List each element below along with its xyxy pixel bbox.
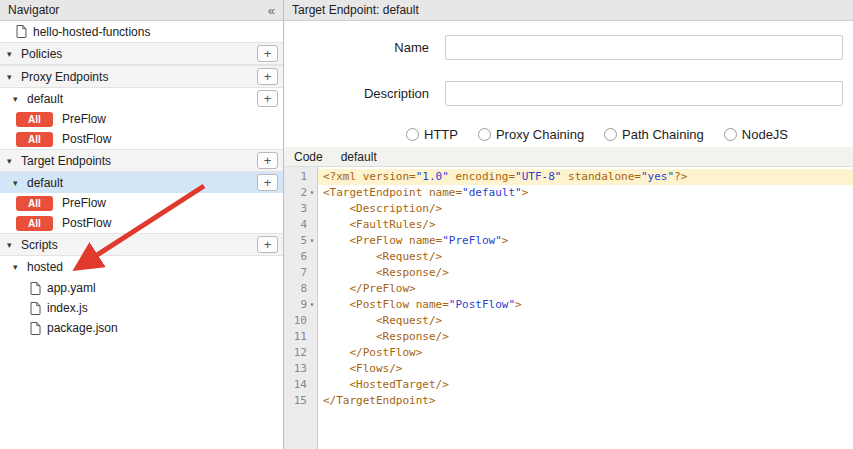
navigator-tree: hello-hosted-functions▾Policies+▾Proxy E… xyxy=(0,21,283,449)
line-number: 10 xyxy=(284,313,317,329)
tree-item-label: app.yaml xyxy=(47,281,96,295)
tree-item-proxy-endpoints[interactable]: ▾Proxy Endpoints+ xyxy=(0,65,283,88)
tree-item-package-json[interactable]: package.json xyxy=(0,318,283,338)
code-line[interactable]: <TargetEndpoint name="default"> xyxy=(318,185,853,201)
navigator-panel: Navigator « hello-hosted-functions▾Polic… xyxy=(0,0,284,449)
tree-item-target-endpoints[interactable]: ▾Target Endpoints+ xyxy=(0,149,283,172)
tree-item-postflow[interactable]: AllPostFlow xyxy=(0,129,283,149)
code-line[interactable]: </PreFlow> xyxy=(318,281,853,297)
code-line[interactable]: </TargetEndpoint> xyxy=(318,393,853,409)
tree-item-label: PostFlow xyxy=(62,132,111,146)
radio-label: Proxy Chaining xyxy=(496,127,584,142)
tree-item-hosted[interactable]: ▾hosted xyxy=(0,256,283,278)
line-number: 1 xyxy=(284,169,317,185)
code-line[interactable]: <Response/> xyxy=(318,265,853,281)
file-icon xyxy=(30,282,41,295)
add-button[interactable]: + xyxy=(257,174,278,191)
code-line[interactable]: <Flows/> xyxy=(318,361,853,377)
tree-item-policies[interactable]: ▾Policies+ xyxy=(0,42,283,65)
tree-item-label: Policies xyxy=(21,47,62,61)
line-number: 15 xyxy=(284,393,317,409)
line-number: 14 xyxy=(284,377,317,393)
detail-header-title: Target Endpoint: default xyxy=(292,3,419,17)
navigator-title: Navigator xyxy=(8,3,268,17)
code-tab-bar: Code default xyxy=(284,147,853,167)
code-line[interactable]: <Request/> xyxy=(318,313,853,329)
detail-panel: Target Endpoint: default Name Descriptio… xyxy=(284,0,853,449)
tree-item-postflow[interactable]: AllPostFlow xyxy=(0,213,283,233)
description-row: Description xyxy=(284,81,853,106)
code-line[interactable]: </PostFlow> xyxy=(318,345,853,361)
tree-item-label: Proxy Endpoints xyxy=(21,70,108,84)
tree-item-label: hosted xyxy=(27,260,63,274)
code-editor[interactable]: 12▾345▾6789▾101112131415 <?xml version="… xyxy=(284,167,853,449)
tree-item-preflow[interactable]: AllPreFlow xyxy=(0,109,283,129)
tree-item-label: PreFlow xyxy=(62,112,106,126)
disclosure-triangle-icon[interactable]: ▾ xyxy=(13,262,27,272)
name-input[interactable] xyxy=(445,35,843,60)
line-number-gutter: 12▾345▾6789▾101112131415 xyxy=(284,167,318,449)
file-icon xyxy=(16,25,27,38)
line-number: 8 xyxy=(284,281,317,297)
code-line[interactable]: <Request/> xyxy=(318,249,853,265)
code-line[interactable]: <Response/> xyxy=(318,329,853,345)
radio-label: HTTP xyxy=(424,127,458,142)
tree-item-label: default xyxy=(27,176,63,190)
tree-item-app-yaml[interactable]: app.yaml xyxy=(0,278,283,298)
code-line[interactable]: <PreFlow name="PreFlow"> xyxy=(318,233,853,249)
tree-item-default[interactable]: ▾default+ xyxy=(0,88,283,109)
code-line[interactable]: <HostedTarget/> xyxy=(318,377,853,393)
radio-group: HTTPProxy ChainingPath ChainingNodeJS xyxy=(284,127,853,142)
line-number: 13 xyxy=(284,361,317,377)
add-button[interactable]: + xyxy=(257,236,278,253)
code-tab-file[interactable]: default xyxy=(341,150,377,164)
fold-arrow-icon[interactable]: ▾ xyxy=(307,297,317,313)
tree-item-index-js[interactable]: index.js xyxy=(0,298,283,318)
radio-nodejs[interactable]: NodeJS xyxy=(724,127,788,142)
code-line[interactable]: <PostFlow name="PostFlow"> xyxy=(318,297,853,313)
line-number: 2▾ xyxy=(284,185,317,201)
line-number: 5▾ xyxy=(284,233,317,249)
tree-item-label: Target Endpoints xyxy=(21,154,111,168)
tree-item-default[interactable]: ▾default+ xyxy=(0,172,283,193)
navigator-header: Navigator « xyxy=(0,0,283,21)
radio-button-icon xyxy=(724,128,737,141)
radio-proxy-chaining[interactable]: Proxy Chaining xyxy=(478,127,584,142)
add-button[interactable]: + xyxy=(257,45,278,62)
radio-http[interactable]: HTTP xyxy=(406,127,458,142)
code-tab-label[interactable]: Code xyxy=(294,150,323,164)
add-button[interactable]: + xyxy=(257,152,278,169)
line-number: 9▾ xyxy=(284,297,317,313)
disclosure-triangle-icon[interactable]: ▾ xyxy=(7,49,21,59)
tree-item-label: index.js xyxy=(47,301,88,315)
radio-path-chaining[interactable]: Path Chaining xyxy=(604,127,704,142)
tree-item-hello-hosted-functions[interactable]: hello-hosted-functions xyxy=(0,21,283,42)
name-row: Name xyxy=(284,35,853,60)
disclosure-triangle-icon[interactable]: ▾ xyxy=(13,94,27,104)
line-number: 3 xyxy=(284,201,317,217)
disclosure-triangle-icon[interactable]: ▾ xyxy=(7,156,21,166)
radio-label: NodeJS xyxy=(742,127,788,142)
tree-item-label: hello-hosted-functions xyxy=(33,25,150,39)
detail-header: Target Endpoint: default xyxy=(284,0,853,21)
radio-button-icon xyxy=(406,128,419,141)
tree-item-scripts[interactable]: ▾Scripts+ xyxy=(0,233,283,256)
disclosure-triangle-icon[interactable]: ▾ xyxy=(7,72,21,82)
collapse-panel-button[interactable]: « xyxy=(268,3,275,18)
description-input[interactable] xyxy=(445,81,843,106)
tree-item-preflow[interactable]: AllPreFlow xyxy=(0,193,283,213)
disclosure-triangle-icon[interactable]: ▾ xyxy=(7,240,21,250)
fold-arrow-icon[interactable]: ▾ xyxy=(307,233,317,249)
add-button[interactable]: + xyxy=(257,90,278,107)
flow-scope-badge: All xyxy=(16,132,53,147)
code-content[interactable]: <?xml version="1.0" encoding="UTF-8" sta… xyxy=(318,167,853,449)
flow-scope-badge: All xyxy=(16,112,53,127)
code-line[interactable]: <FaultRules/> xyxy=(318,217,853,233)
disclosure-triangle-icon[interactable]: ▾ xyxy=(13,178,27,188)
tree-item-label: PostFlow xyxy=(62,216,111,230)
code-line[interactable]: <?xml version="1.0" encoding="UTF-8" sta… xyxy=(318,169,853,185)
code-line[interactable]: <Description/> xyxy=(318,201,853,217)
line-number: 11 xyxy=(284,329,317,345)
add-button[interactable]: + xyxy=(257,68,278,85)
fold-arrow-icon[interactable]: ▾ xyxy=(307,185,317,201)
